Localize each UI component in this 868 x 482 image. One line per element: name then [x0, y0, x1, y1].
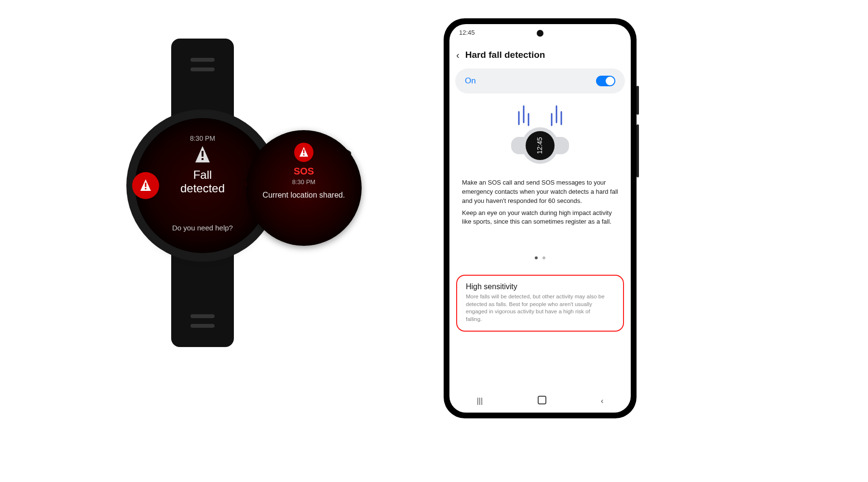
back-nav-button[interactable]: ‹ — [601, 397, 603, 405]
sos-button[interactable] — [132, 172, 159, 199]
svg-rect-4 — [303, 149, 305, 153]
watch-strap-bottom — [171, 251, 234, 347]
feature-description: Make an SOS call and send SOS messages t… — [462, 178, 618, 229]
alert-icon — [294, 143, 313, 162]
alert-icon — [194, 145, 211, 166]
svg-rect-3 — [145, 188, 147, 189]
high-sensitivity-title: High sensitivity — [466, 282, 608, 291]
phone-device: 12:45 ‹ Hard fall detection On — [444, 18, 637, 418]
fall-detection-illustration: 12:45 — [449, 103, 631, 171]
home-button[interactable] — [538, 396, 546, 406]
android-nav-bar: ||| ‹ — [449, 389, 631, 413]
pager-dot-1[interactable] — [535, 256, 538, 259]
back-button[interactable]: ‹ — [456, 50, 460, 61]
svg-rect-5 — [303, 154, 305, 156]
phone-screen: 12:45 ‹ Hard fall detection On — [449, 24, 631, 413]
master-toggle-label: On — [465, 76, 476, 86]
watch-face-sos-sent: SOS 8:30 PM Current location shared. — [246, 130, 362, 246]
front-camera — [537, 30, 543, 37]
recents-button[interactable]: ||| — [477, 397, 483, 405]
high-sensitivity-row[interactable]: High sensitivity More falls will be dete… — [456, 275, 624, 332]
illustration-watch-time: 12:45 — [536, 137, 543, 154]
watch-time: 8:30 PM — [135, 134, 270, 142]
master-toggle-row[interactable]: On — [455, 68, 625, 94]
svg-rect-1 — [202, 158, 203, 160]
status-bar-time: 12:45 — [459, 29, 475, 36]
page-title: Hard fall detection — [465, 50, 545, 60]
high-sensitivity-desc: More falls will be detected, but other a… — [466, 293, 608, 323]
sos-label: SOS — [246, 166, 362, 177]
svg-rect-0 — [202, 151, 203, 157]
watch-alert-subtitle: Do you need help? — [135, 224, 270, 232]
sos-message: Current location shared. — [253, 191, 355, 200]
pager-dots[interactable] — [449, 256, 631, 259]
svg-rect-2 — [145, 183, 147, 187]
master-toggle-switch[interactable] — [596, 76, 615, 86]
pager-dot-2[interactable] — [542, 256, 545, 259]
sos-time: 8:30 PM — [246, 178, 362, 186]
page-header: ‹ Hard fall detection — [449, 45, 631, 65]
